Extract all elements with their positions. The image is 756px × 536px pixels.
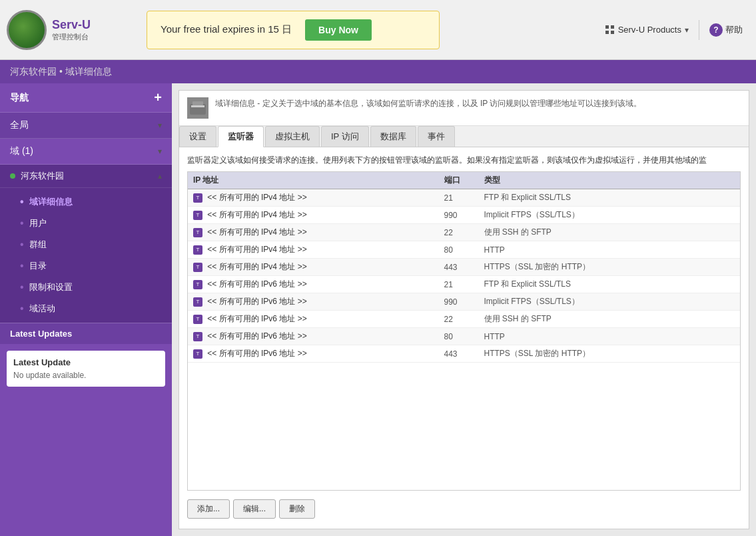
table-body: T << 所有可用的 IPv4 地址 >> 21 FTP 和 Explicit … bbox=[188, 189, 740, 363]
tab-virtual-hosts[interactable]: 虚拟主机 bbox=[265, 126, 320, 147]
top-right-area: Serv-U Products ▾ ? 帮助 bbox=[599, 20, 749, 40]
sidebar-domain-item[interactable]: 河东软件园 ▴ bbox=[0, 165, 172, 188]
ip-icon: T bbox=[193, 332, 202, 341]
nav-bar: 河东软件园 • 域详细信息 bbox=[0, 60, 756, 83]
ip-icon: T bbox=[193, 263, 202, 272]
ip-icon: T bbox=[193, 280, 202, 289]
edit-button[interactable]: 编辑... bbox=[233, 499, 276, 519]
sidebar-item-label: 域活动 bbox=[29, 303, 55, 315]
port-cell: 80 bbox=[444, 332, 484, 341]
tab-events[interactable]: 事件 bbox=[418, 126, 455, 147]
sidebar-domain-header[interactable]: 域 (1) ▾ bbox=[0, 139, 172, 165]
type-cell: HTTPS（SSL 加密的 HTTP） bbox=[484, 348, 735, 359]
sidebar-item-label: 域详细信息 bbox=[29, 196, 73, 208]
help-label: 帮助 bbox=[725, 24, 743, 36]
col-type-header: 类型 bbox=[484, 175, 735, 186]
table-row[interactable]: T << 所有可用的 IPv6 地址 >> 443 HTTPS（SSL 加密的 … bbox=[188, 345, 740, 363]
ip-cell: T << 所有可用的 IPv6 地址 >> bbox=[193, 313, 444, 325]
table-row[interactable]: T << 所有可用的 IPv6 地址 >> 990 Implicit FTPS（… bbox=[188, 293, 740, 311]
tab-database[interactable]: 数据库 bbox=[370, 126, 416, 147]
update-text: No update available. bbox=[13, 371, 159, 380]
svg-rect-2 bbox=[191, 105, 204, 107]
domain-info-icon bbox=[187, 97, 208, 119]
type-cell: HTTP bbox=[484, 245, 735, 255]
main-layout: 导航 + 全局 ▾ 域 (1) ▾ 河东软件园 ▴ • 域详细信息 • 用户 bbox=[0, 83, 756, 536]
tab-settings[interactable]: 设置 bbox=[179, 126, 216, 147]
sidebar-global[interactable]: 全局 ▾ bbox=[0, 113, 172, 139]
table-header: IP 地址 端口 类型 bbox=[188, 172, 740, 189]
port-cell: 443 bbox=[444, 263, 484, 272]
port-cell: 990 bbox=[444, 211, 484, 220]
sidebar-item-limits[interactable]: • 限制和设置 bbox=[0, 277, 172, 298]
ip-icon: T bbox=[193, 228, 202, 237]
table-row[interactable]: T << 所有可用的 IPv4 地址 >> 990 Implicit FTPS（… bbox=[188, 207, 740, 224]
nav-label: 导航 bbox=[10, 92, 29, 104]
ip-icon: T bbox=[193, 193, 202, 203]
col-port-header: 端口 bbox=[444, 175, 484, 186]
logo-area: Serv-U 管理控制台 bbox=[7, 10, 140, 50]
trial-text: Your free trial expires in 15 日 bbox=[161, 23, 292, 36]
port-cell: 22 bbox=[444, 228, 484, 237]
sidebar-item-directory[interactable]: • 目录 bbox=[0, 255, 172, 277]
domain-chevron-icon: ▾ bbox=[158, 147, 162, 156]
tab-listeners[interactable]: 监听器 bbox=[218, 126, 264, 147]
products-label: Serv-U Products bbox=[618, 25, 681, 35]
ip-icon: T bbox=[193, 245, 202, 255]
logo-icon bbox=[7, 10, 47, 50]
serv-u-products-button[interactable]: Serv-U Products ▾ bbox=[599, 21, 695, 38]
port-cell: 443 bbox=[444, 349, 484, 359]
type-cell: FTP 和 Explicit SSL/TLS bbox=[484, 279, 735, 290]
help-button[interactable]: ? 帮助 bbox=[703, 20, 749, 40]
listeners-content: 监听器定义该域如何接受请求的连接。使用列表下方的按钮管理该域的监听器。如果没有指… bbox=[179, 147, 749, 529]
bullet-icon: • bbox=[20, 196, 24, 208]
type-cell: 使用 SSH 的 SFTP bbox=[484, 313, 735, 325]
bullet-icon: • bbox=[20, 303, 24, 315]
tab-ip-access[interactable]: IP 访问 bbox=[321, 126, 369, 147]
grid-icon bbox=[605, 25, 615, 35]
table-row[interactable]: T << 所有可用的 IPv6 地址 >> 22 使用 SSH 的 SFTP bbox=[188, 311, 740, 328]
update-title: Latest Update bbox=[13, 357, 159, 367]
sidebar: 导航 + 全局 ▾ 域 (1) ▾ 河东软件园 ▴ • 域详细信息 • 用户 bbox=[0, 83, 172, 536]
ip-icon: T bbox=[193, 349, 202, 359]
table-row[interactable]: T << 所有可用的 IPv6 地址 >> 21 FTP 和 Explicit … bbox=[188, 276, 740, 293]
table-row[interactable]: T << 所有可用的 IPv6 地址 >> 80 HTTP bbox=[188, 328, 740, 345]
listeners-description: 监听器定义该域如何接受请求的连接。使用列表下方的按钮管理该域的监听器。如果没有指… bbox=[187, 154, 741, 166]
content-area: 域详细信息 - 定义关于选中域的基本信息，该域如何监听请求的连接，以及 IP 访… bbox=[172, 83, 756, 536]
logo-text-area: Serv-U 管理控制台 bbox=[52, 18, 91, 42]
domain-name-chevron: ▴ bbox=[158, 171, 162, 181]
ip-icon: T bbox=[193, 315, 202, 324]
type-cell: FTP 和 Explicit SSL/TLS bbox=[484, 192, 735, 203]
latest-updates-header: Latest Updates bbox=[0, 323, 172, 344]
buy-now-button[interactable]: Buy Now bbox=[305, 19, 372, 41]
add-button[interactable]: 添加... bbox=[187, 499, 230, 519]
ip-cell: T << 所有可用的 IPv4 地址 >> bbox=[193, 227, 444, 238]
delete-button[interactable]: 删除 bbox=[279, 499, 315, 519]
sidebar-item-domain-details[interactable]: • 域详细信息 bbox=[0, 191, 172, 213]
ip-cell: T << 所有可用的 IPv4 地址 >> bbox=[193, 261, 444, 273]
info-description: 域详细信息 - 定义关于选中域的基本信息，该域如何监听请求的连接，以及 IP 访… bbox=[215, 99, 641, 108]
action-buttons: 添加... 编辑... 删除 bbox=[187, 496, 741, 522]
ip-cell: T << 所有可用的 IPv6 地址 >> bbox=[193, 296, 444, 307]
sidebar-item-activity[interactable]: • 域活动 bbox=[0, 298, 172, 319]
table-row[interactable]: T << 所有可用的 IPv4 地址 >> 21 FTP 和 Explicit … bbox=[188, 189, 740, 207]
ip-cell: T << 所有可用的 IPv4 地址 >> bbox=[193, 209, 444, 221]
sidebar-item-label: 用户 bbox=[29, 217, 47, 229]
breadcrumb: 河东软件园 • 域详细信息 bbox=[10, 66, 112, 78]
type-cell: Implicit FTPS（SSL/TLS） bbox=[484, 209, 735, 221]
ip-icon: T bbox=[193, 297, 202, 307]
sidebar-item-groups[interactable]: • 群组 bbox=[0, 234, 172, 255]
question-icon: ? bbox=[709, 23, 723, 37]
sidebar-nav-header[interactable]: 导航 + bbox=[0, 83, 172, 113]
trial-banner: Your free trial expires in 15 日 Buy Now bbox=[147, 11, 440, 49]
table-row[interactable]: T << 所有可用的 IPv4 地址 >> 443 HTTPS（SSL 加密的 … bbox=[188, 259, 740, 276]
sidebar-item-label: 目录 bbox=[29, 260, 47, 272]
ip-cell: T << 所有可用的 IPv6 地址 >> bbox=[193, 331, 444, 342]
sidebar-item-label: 限制和设置 bbox=[29, 281, 73, 293]
type-cell: HTTPS（SSL 加密的 HTTP） bbox=[484, 261, 735, 273]
table-row[interactable]: T << 所有可用的 IPv4 地址 >> 22 使用 SSH 的 SFTP bbox=[188, 224, 740, 241]
type-cell: HTTP bbox=[484, 332, 735, 341]
domain-name: 河东软件园 bbox=[21, 170, 64, 182]
listeners-table[interactable]: IP 地址 端口 类型 T << 所有可用的 IPv4 地址 >> 21 FTP… bbox=[187, 171, 741, 491]
table-row[interactable]: T << 所有可用的 IPv4 地址 >> 80 HTTP bbox=[188, 241, 740, 259]
sidebar-item-users[interactable]: • 用户 bbox=[0, 213, 172, 234]
